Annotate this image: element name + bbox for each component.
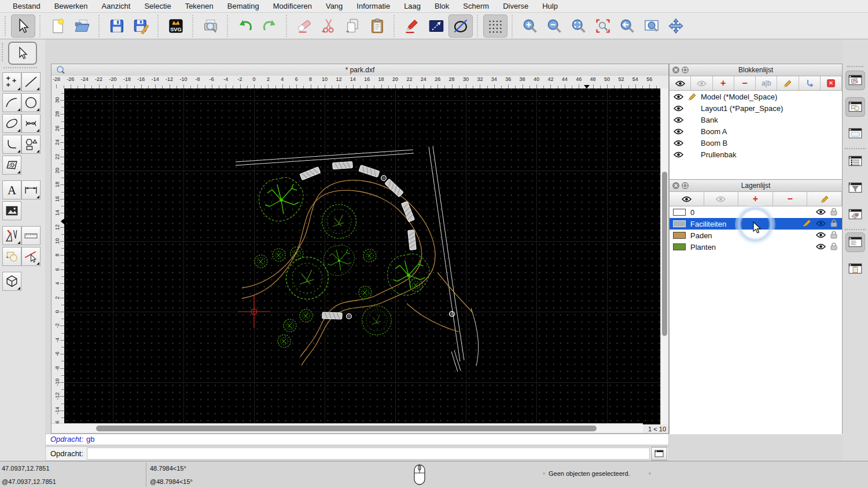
print-preview-button[interactable] xyxy=(198,14,223,38)
park-paths[interactable] xyxy=(242,180,473,365)
layer-row-faciliteiten[interactable]: Faciliteiten xyxy=(670,218,842,230)
eye-icon[interactable] xyxy=(816,243,826,252)
menu-item-laag[interactable]: Laag xyxy=(397,2,428,10)
command-window-toggle-button[interactable] xyxy=(651,447,667,460)
menu-item-hulp[interactable]: Hulp xyxy=(535,2,565,10)
eye-icon[interactable] xyxy=(673,128,683,135)
vertical-scrollbar[interactable] xyxy=(660,88,668,424)
toggle-command-line-button[interactable] xyxy=(845,232,865,252)
toggle-clipboard-button[interactable] xyxy=(845,259,865,279)
image-tool-button[interactable] xyxy=(2,201,21,220)
layer-row-0[interactable]: 0 xyxy=(670,206,842,218)
select-tool-button[interactable] xyxy=(8,42,37,65)
eye-icon[interactable] xyxy=(816,220,826,228)
freehand-draw-button[interactable] xyxy=(400,14,424,38)
save-as-button[interactable] xyxy=(129,14,153,38)
block-row[interactable]: Prullenbak xyxy=(670,149,842,160)
paste-button[interactable] xyxy=(365,14,389,38)
layer-color-swatch[interactable] xyxy=(673,209,686,216)
block-tool-button[interactable] xyxy=(2,247,21,266)
vertical-scroll-thumb[interactable] xyxy=(662,172,667,336)
zoom-out-button[interactable] xyxy=(542,14,567,38)
layer-color-swatch[interactable] xyxy=(673,232,686,239)
dock-icon[interactable] xyxy=(682,182,689,189)
new-document-button[interactable] xyxy=(46,14,70,38)
eye-icon[interactable] xyxy=(673,105,683,112)
toggle-library-browser-button[interactable] xyxy=(845,71,865,90)
toggle-pattern-browser-button[interactable] xyxy=(845,205,865,224)
line-tool-button[interactable] xyxy=(21,72,41,91)
zoom-window-button[interactable] xyxy=(639,14,664,38)
shape-tool-button[interactable] xyxy=(21,135,41,154)
delete-block-button[interactable]: ✕ xyxy=(821,76,842,90)
selection-rectangle-button[interactable] xyxy=(424,14,448,38)
insert-block-button[interactable] xyxy=(799,76,821,90)
lock-icon[interactable] xyxy=(830,219,837,229)
eye-icon[interactable] xyxy=(816,208,826,217)
layer-row-planten[interactable]: Planten xyxy=(670,241,842,253)
pan-button[interactable] xyxy=(664,14,688,38)
remove-layer-button[interactable]: − xyxy=(773,192,808,206)
drawing-canvas[interactable] xyxy=(64,88,662,424)
menu-item-diverse[interactable]: Diverse xyxy=(496,2,535,10)
save-button[interactable] xyxy=(105,14,129,38)
menu-item-aanzicht[interactable]: Aanzicht xyxy=(95,2,138,10)
rename-block-button[interactable]: a|b xyxy=(756,76,777,90)
draft-mode-button[interactable] xyxy=(448,14,473,38)
trees[interactable] xyxy=(259,178,429,335)
edit-block-button[interactable] xyxy=(777,76,799,90)
svg-export-button[interactable]: SVG xyxy=(164,14,188,38)
open-document-button[interactable] xyxy=(70,14,94,38)
auto-zoom-button[interactable] xyxy=(567,14,591,38)
hide-layer-button[interactable] xyxy=(704,192,739,206)
hatch-tool-button[interactable] xyxy=(2,156,21,175)
viewport-3d-tool-button[interactable] xyxy=(2,272,21,291)
ellipse-tool-button[interactable] xyxy=(2,114,21,133)
trim-tool-button[interactable] xyxy=(21,247,41,266)
selection-pointer-button[interactable] xyxy=(11,14,35,38)
remove-block-button[interactable]: − xyxy=(734,76,756,90)
menu-item-blok[interactable]: Blok xyxy=(428,2,456,10)
bushes[interactable] xyxy=(255,247,422,347)
lock-icon[interactable] xyxy=(830,231,837,241)
polyline-tool-button[interactable] xyxy=(2,135,21,154)
spline-tool-button[interactable] xyxy=(21,114,41,133)
menu-item-bestand[interactable]: Bestand xyxy=(6,2,47,10)
modify-tool-button[interactable] xyxy=(2,226,21,245)
hide-block-button[interactable] xyxy=(691,76,712,90)
block-row[interactable]: Boom B xyxy=(670,137,842,149)
menu-item-bemating[interactable]: Bemating xyxy=(220,2,266,10)
close-icon[interactable] xyxy=(672,182,679,189)
circle-tool-button[interactable] xyxy=(21,93,41,112)
menu-item-scherm[interactable]: Scherm xyxy=(456,2,496,10)
add-block-button[interactable]: + xyxy=(713,76,734,90)
redo-button[interactable] xyxy=(258,14,282,38)
command-input[interactable] xyxy=(87,448,650,460)
block-row[interactable]: Boom A xyxy=(670,125,842,137)
eraser-button[interactable] xyxy=(292,14,317,38)
horizontal-scroll-thumb[interactable] xyxy=(96,426,597,431)
block-row[interactable]: Model (*Model_Space) xyxy=(670,91,842,102)
eye-icon[interactable] xyxy=(673,151,683,158)
point-tool-button[interactable] xyxy=(2,72,21,91)
eye-icon[interactable] xyxy=(673,94,683,100)
measure-tool-button[interactable] xyxy=(21,226,41,245)
toggle-selection-filter-button[interactable] xyxy=(845,178,865,198)
block-row[interactable]: Layout1 (*Paper_Space) xyxy=(670,102,842,114)
edit-layer-button[interactable] xyxy=(807,192,842,206)
toggle-layer-list-button[interactable] xyxy=(845,151,865,171)
close-icon[interactable] xyxy=(672,66,679,73)
menu-item-modificeren[interactable]: Modificeren xyxy=(266,2,319,10)
menu-item-selectie[interactable]: Selectie xyxy=(137,2,178,10)
dock-icon[interactable] xyxy=(682,66,689,73)
grid-toggle-button[interactable] xyxy=(483,14,507,38)
trash-bins[interactable] xyxy=(347,176,454,319)
layer-color-swatch[interactable] xyxy=(673,243,686,250)
toggle-property-editor-button[interactable] xyxy=(845,124,865,143)
lock-icon[interactable] xyxy=(830,242,837,252)
add-layer-button[interactable]: + xyxy=(738,192,773,206)
previous-view-button[interactable] xyxy=(615,14,639,38)
arc-tool-button[interactable] xyxy=(2,93,21,112)
toggle-block-list-button[interactable] xyxy=(845,97,865,117)
zoom-in-button[interactable] xyxy=(518,14,542,38)
